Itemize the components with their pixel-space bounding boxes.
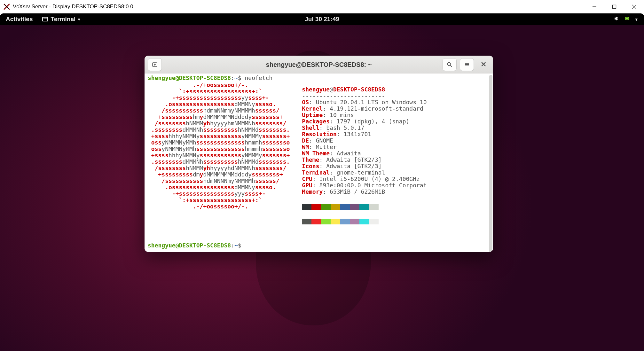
neofetch-ascii-logo: .-/+oossssoo+/-. `:+ssssssssssssssssss+:… <box>148 82 290 224</box>
windows-controls <box>585 0 644 13</box>
new-tab-button[interactable] <box>148 58 162 71</box>
neofetch-output: .-/+oossssoo+/-. `:+ssssssssssssssssss+:… <box>148 82 490 224</box>
neofetch-info: shengyue@DESKTOP-SC8EDS8----------------… <box>302 82 427 224</box>
svg-point-8 <box>448 63 451 66</box>
vcxsrv-icon <box>3 3 10 10</box>
terminal-icon <box>42 17 48 21</box>
power-icon <box>624 16 630 23</box>
command-text: neofetch <box>245 74 272 81</box>
chevron-down-icon: ▾ <box>635 17 638 22</box>
windows-title: VcXsrv Server - Display DESKTOP-SC8EDS8:… <box>13 4 133 10</box>
svg-rect-4 <box>626 18 628 19</box>
chevron-down-icon: ▾ <box>78 17 80 22</box>
terminal-close-button[interactable]: ✕ <box>477 58 490 71</box>
close-button[interactable] <box>624 0 644 13</box>
activities-button[interactable]: Activities <box>0 16 38 23</box>
hamburger-menu-button[interactable] <box>460 58 474 71</box>
terminal-title: shengyue@DESKTOP-SC8EDS8: ~ <box>266 61 372 68</box>
system-tray[interactable]: ▾ <box>614 16 644 23</box>
minimize-button[interactable] <box>585 0 604 13</box>
svg-rect-1 <box>613 5 616 8</box>
prompt-line-2: shengyue@DESKTOP-SC8EDS8:~$ <box>148 242 490 249</box>
maximize-button[interactable] <box>604 0 624 13</box>
volume-icon <box>614 16 619 23</box>
clock[interactable]: Jul 30 21:49 <box>305 16 339 23</box>
terminal-body[interactable]: shengyue@DESKTOP-SC8EDS8:~$ neofetch .-/… <box>145 74 493 252</box>
svg-line-9 <box>451 66 452 67</box>
gnome-topbar: Activities Terminal ▾ Jul 30 21:49 ▾ <box>0 13 644 25</box>
scrollbar[interactable] <box>489 75 492 252</box>
search-button[interactable] <box>443 58 457 71</box>
terminal-window: shengyue@DESKTOP-SC8EDS8: ~ ✕ shengyue@D… <box>145 56 493 252</box>
app-menu[interactable]: Terminal ▾ <box>38 16 84 23</box>
app-menu-label: Terminal <box>51 16 75 23</box>
prompt-line-1: shengyue@DESKTOP-SC8EDS8:~$ neofetch <box>148 75 490 81</box>
desktop-wallpaper: shengyue@DESKTOP-SC8EDS8: ~ ✕ shengyue@D… <box>0 25 644 351</box>
windows-titlebar: VcXsrv Server - Display DESKTOP-SC8EDS8:… <box>0 0 644 13</box>
terminal-headerbar[interactable]: shengyue@DESKTOP-SC8EDS8: ~ ✕ <box>145 56 493 74</box>
svg-rect-3 <box>629 18 629 19</box>
